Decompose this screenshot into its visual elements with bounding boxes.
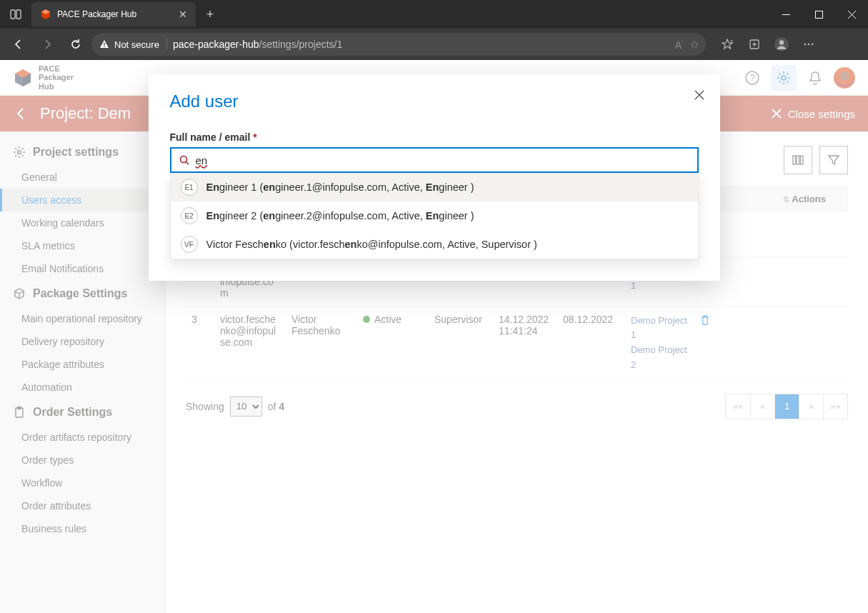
tab-overview-button[interactable] bbox=[6, 4, 26, 24]
read-aloud-icon[interactable]: A⁾ bbox=[675, 39, 683, 51]
svg-point-18 bbox=[808, 44, 810, 46]
favorite-icon[interactable]: ✩ bbox=[690, 39, 699, 51]
svg-rect-8 bbox=[104, 43, 104, 46]
search-icon bbox=[179, 154, 190, 166]
add-user-modal: Add user Full name / email * en E1Engine… bbox=[149, 74, 720, 281]
modal-overlay[interactable]: Add user Full name / email * en E1Engine… bbox=[0, 60, 868, 613]
user-suggestion[interactable]: E2Engineer 2 (engineer.2@infopulse.com, … bbox=[171, 201, 698, 230]
suggestion-avatar: E1 bbox=[181, 179, 198, 196]
nav-refresh-button[interactable] bbox=[63, 31, 89, 57]
suggestion-avatar: E2 bbox=[181, 207, 198, 224]
menu-button[interactable] bbox=[796, 31, 822, 57]
toolbar-right-icons bbox=[714, 31, 822, 57]
suggestion-text: Victor Feschenko (victor.feschenko@infop… bbox=[206, 239, 537, 250]
modal-close-button[interactable] bbox=[693, 89, 706, 101]
svg-point-17 bbox=[804, 44, 807, 46]
window-controls bbox=[769, 0, 868, 29]
user-suggestions-dropdown: E1Engineer 1 (engineer.1@infopulse.com, … bbox=[170, 173, 699, 259]
collections-button[interactable] bbox=[742, 31, 767, 57]
tab-favicon bbox=[40, 9, 51, 20]
url-text: pace-packager-hub/settings/projects/1 bbox=[173, 39, 342, 50]
tab-title: PACE Packager Hub bbox=[57, 9, 173, 19]
svg-rect-9 bbox=[104, 46, 104, 47]
address-bar[interactable]: Not secure pace-packager-hub/settings/pr… bbox=[91, 33, 706, 56]
svg-point-37 bbox=[180, 156, 186, 163]
not-secure-label: Not secure bbox=[114, 39, 159, 50]
nav-forward-button[interactable] bbox=[34, 31, 60, 57]
svg-rect-1 bbox=[16, 10, 21, 19]
new-tab-button[interactable]: + bbox=[200, 7, 220, 22]
browser-tab[interactable]: PACE Packager Hub ✕ bbox=[31, 2, 196, 26]
close-icon bbox=[693, 89, 706, 101]
tab-row: PACE Packager Hub ✕ + bbox=[0, 0, 868, 29]
user-search-field[interactable]: en bbox=[170, 147, 699, 173]
suggestion-text: Engineer 1 (engineer.1@infopulse.com, Ac… bbox=[206, 181, 474, 193]
modal-title: Add user bbox=[170, 91, 699, 111]
svg-rect-5 bbox=[815, 11, 822, 18]
suggestion-text: Engineer 2 (engineer.2@infopulse.com, Ac… bbox=[206, 210, 474, 221]
suggestion-avatar: VF bbox=[181, 236, 198, 253]
profile-button[interactable] bbox=[769, 31, 794, 57]
warning-icon bbox=[99, 39, 110, 50]
user-suggestion[interactable]: E1Engineer 1 (engineer.1@infopulse.com, … bbox=[171, 173, 698, 201]
svg-point-16 bbox=[779, 40, 784, 44]
close-window-button[interactable] bbox=[835, 0, 868, 29]
maximize-button[interactable] bbox=[802, 0, 835, 29]
security-indicator[interactable]: Not secure bbox=[99, 39, 167, 50]
nav-back-button[interactable] bbox=[6, 31, 31, 57]
tab-close-button[interactable]: ✕ bbox=[179, 9, 187, 20]
field-label: Full name / email * bbox=[170, 131, 699, 143]
svg-rect-0 bbox=[11, 10, 15, 19]
svg-point-19 bbox=[812, 44, 814, 46]
address-right-icons: A⁾ ✩ bbox=[675, 39, 699, 51]
minimize-button[interactable] bbox=[769, 0, 802, 29]
browser-chrome: PACE Packager Hub ✕ + Not secure pace-pa… bbox=[0, 0, 868, 60]
user-suggestion[interactable]: VFVictor Feschenko (victor.feschenko@inf… bbox=[171, 230, 698, 259]
search-input-text[interactable]: en bbox=[196, 154, 690, 166]
address-row: Not secure pace-packager-hub/settings/pr… bbox=[0, 29, 868, 60]
favorites-button[interactable] bbox=[714, 31, 740, 57]
svg-line-38 bbox=[186, 162, 189, 165]
